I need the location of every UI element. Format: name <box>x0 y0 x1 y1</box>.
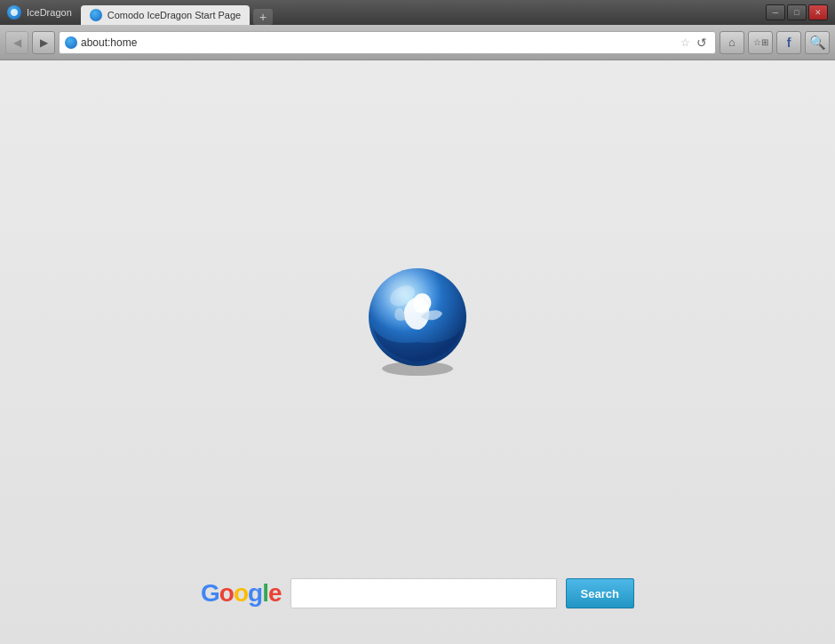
main-content: Google Search <box>0 60 835 644</box>
search-toolbar-button[interactable]: 🔍 <box>805 31 830 54</box>
bookmark-icon: ☆⊞ <box>753 37 768 47</box>
tab-favicon <box>90 9 102 21</box>
search-toolbar-icon: 🔍 <box>809 35 826 51</box>
google-logo: Google <box>201 579 281 608</box>
bookmark-manager-button[interactable]: ☆⊞ <box>748 31 773 54</box>
app-title: IceDragon <box>27 7 72 18</box>
search-area: Google Search <box>201 578 634 608</box>
window-controls: ─ □ ✕ <box>766 4 828 20</box>
new-tab-button[interactable]: + <box>253 9 273 25</box>
search-input[interactable] <box>290 578 557 608</box>
forward-button[interactable]: ▶ <box>32 31 55 54</box>
address-input[interactable] <box>81 36 677 49</box>
forward-icon: ▶ <box>40 36 48 49</box>
app-icon <box>7 5 21 20</box>
facebook-button[interactable]: f <box>776 31 801 54</box>
home-icon: ⌂ <box>728 36 736 49</box>
svg-point-2 <box>369 268 466 366</box>
bookmark-star-icon[interactable]: ☆ <box>680 36 690 49</box>
back-icon: ◀ <box>13 36 21 49</box>
search-button[interactable]: Search <box>566 578 634 608</box>
minimize-button[interactable]: ─ <box>766 4 785 20</box>
tab-area: Comodo IceDragon Start Page + <box>81 0 766 25</box>
address-bar[interactable]: ☆ ↺ <box>59 31 716 54</box>
home-button[interactable]: ⌂ <box>720 31 744 54</box>
close-button[interactable]: ✕ <box>808 4 828 20</box>
site-icon <box>65 36 77 49</box>
tab-title: Comodo IceDragon Start Page <box>107 10 241 20</box>
active-tab[interactable]: Comodo IceDragon Start Page <box>81 5 250 25</box>
dragon-logo <box>360 262 475 378</box>
facebook-icon: f <box>787 36 791 50</box>
reload-icon: ↺ <box>696 36 707 50</box>
title-bar: IceDragon Comodo IceDragon Start Page + … <box>0 0 835 25</box>
maximize-button[interactable]: □ <box>787 4 807 20</box>
logo-area <box>360 60 475 578</box>
back-button[interactable]: ◀ <box>5 31 28 54</box>
reload-button[interactable]: ↺ <box>694 35 710 51</box>
nav-bar: ◀ ▶ ☆ ↺ ⌂ ☆⊞ f 🔍 <box>0 25 835 60</box>
